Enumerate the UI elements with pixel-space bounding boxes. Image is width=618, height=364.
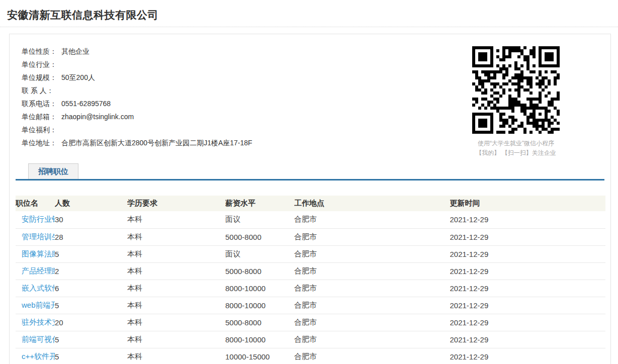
job-salary-cell: 5000-8000 [225, 314, 294, 331]
job-education-cell: 本科 [127, 297, 225, 314]
job-location-cell: 合肥市 [294, 228, 450, 245]
job-title-link[interactable]: 前端可视化开发工程师 [22, 335, 55, 343]
info-field-value: 其他企业 [61, 47, 90, 55]
job-updated-cell: 2021-12-29 [450, 331, 606, 348]
tab-recruit-positions[interactable]: 招聘职位 [28, 163, 78, 179]
job-location-cell: 合肥市 [294, 297, 450, 314]
job-salary-cell: 8000-10000 [225, 331, 294, 348]
qr-code-icon [472, 46, 560, 134]
job-updated-cell: 2021-12-29 [450, 211, 606, 228]
job-count-cell: 5 [55, 348, 127, 364]
qr-caption: 使用“大学生就业”微信小程序 【我的】 【扫一扫】关注企业 [466, 139, 566, 158]
job-education-cell: 本科 [127, 348, 225, 364]
jobs-table: 职位名人数学历要求薪资水平工作地点更新时间 安防行业销售 30 本科 面议 合肥… [16, 196, 605, 364]
job-row: 嵌入式软件工程师 6 本科 8000-10000 合肥市 2021-12-29 [16, 280, 605, 297]
job-count-cell: 30 [55, 211, 127, 228]
job-row: 图像算法助理工程师（实习生） 5 本科 面议 合肥市 2021-12-29 [16, 245, 605, 262]
job-updated-cell: 2021-12-29 [450, 228, 606, 245]
info-field-label: 单位地址： [22, 139, 57, 147]
info-field-value: 合肥市高新区创新大道2800号创新产业园二期J1楼A座17-18F [61, 139, 252, 147]
info-field-label: 单位规模： [22, 73, 57, 81]
job-name-cell: 安防行业销售 [16, 211, 55, 228]
job-updated-cell: 2021-12-29 [450, 314, 606, 331]
company-panel: 单位性质：其他企业 单位行业： 单位规模：50至200人 联 系 人： 联系电话… [9, 34, 611, 364]
info-field-label: 单位性质： [22, 47, 57, 55]
job-title-link[interactable]: 图像算法助理工程师（实习生） [22, 249, 55, 258]
job-title-link[interactable]: 嵌入式软件工程师 [22, 284, 55, 292]
jobs-table-column-header: 职位名 [16, 196, 55, 211]
job-title-link[interactable]: web前端开发工程师 [22, 301, 55, 309]
job-education-cell: 本科 [127, 331, 225, 348]
job-education-cell: 本科 [127, 228, 225, 245]
job-name-cell: 产品经理助理 [16, 262, 55, 280]
job-row: c++软件开发工程师 5 本科 10000-15000 合肥市 2021-12-… [16, 348, 605, 364]
job-education-cell: 本科 [127, 211, 225, 228]
job-name-cell: 管理培训生 [16, 228, 55, 245]
job-row: 产品经理助理 2 本科 5000-8000 合肥市 2021-12-29 [16, 262, 605, 280]
job-education-cell: 本科 [127, 280, 225, 297]
jobs-table-column-header: 更新时间 [450, 196, 606, 211]
tab-bar: 招聘职位 [16, 164, 604, 180]
info-field-label: 单位福利： [22, 126, 57, 134]
job-salary-cell: 面议 [225, 211, 294, 228]
jobs-table-column-header: 工作地点 [294, 196, 450, 211]
qr-caption-line2: 【我的】 【扫一扫】关注企业 [466, 148, 566, 158]
job-updated-cell: 2021-12-29 [450, 280, 606, 297]
job-location-cell: 合肥市 [294, 280, 450, 297]
job-count-cell: 5 [55, 297, 127, 314]
job-title-link[interactable]: 安防行业销售 [22, 215, 55, 223]
job-name-cell: 前端可视化开发工程师 [16, 331, 55, 348]
job-count-cell: 20 [55, 314, 127, 331]
job-location-cell: 合肥市 [294, 211, 450, 228]
job-title-link[interactable]: 管理培训生 [22, 232, 55, 241]
job-updated-cell: 2021-12-29 [450, 297, 606, 314]
job-count-cell: 6 [55, 280, 127, 297]
job-education-cell: 本科 [127, 245, 225, 262]
job-education-cell: 本科 [127, 262, 225, 280]
job-name-cell: web前端开发工程师 [16, 297, 55, 314]
info-field-label: 联系电话： [22, 100, 57, 108]
job-salary-cell: 5000-8000 [225, 262, 294, 280]
job-salary-cell: 8000-10000 [225, 280, 294, 297]
job-title-link[interactable]: 产品经理助理 [22, 266, 55, 275]
qr-caption-line1: 使用“大学生就业”微信小程序 [466, 139, 566, 148]
page-header: 安徽清新互联信息科技有限公司 [0, 0, 618, 27]
job-salary-cell: 5000-8000 [225, 228, 294, 245]
job-name-cell: 图像算法助理工程师（实习生） [16, 245, 55, 262]
job-row: 驻外技术支持工程师 20 本科 5000-8000 合肥市 2021-12-29 [16, 314, 605, 331]
job-count-cell: 5 [55, 331, 127, 348]
jobs-table-column-header: 人数 [55, 196, 127, 211]
job-name-cell: c++软件开发工程师 [16, 348, 55, 364]
job-location-cell: 合肥市 [294, 245, 450, 262]
job-education-cell: 本科 [127, 314, 225, 331]
info-field-label: 联 系 人： [22, 86, 54, 95]
job-row: web前端开发工程师 5 本科 8000-10000 合肥市 2021-12-2… [16, 297, 605, 314]
job-row: 安防行业销售 30 本科 面议 合肥市 2021-12-29 [16, 211, 605, 228]
job-title-link[interactable]: c++软件开发工程师 [22, 352, 55, 360]
job-title-link[interactable]: 驻外技术支持工程师 [22, 318, 55, 326]
job-updated-cell: 2021-12-29 [450, 348, 606, 364]
job-location-cell: 合肥市 [294, 348, 450, 364]
job-name-cell: 嵌入式软件工程师 [16, 280, 55, 297]
job-row: 管理培训生 28 本科 5000-8000 合肥市 2021-12-29 [16, 228, 605, 245]
job-name-cell: 驻外技术支持工程师 [16, 314, 55, 331]
info-field-value: 50至200人 [61, 73, 95, 81]
job-count-cell: 28 [55, 228, 127, 245]
jobs-table-header-row: 职位名人数学历要求薪资水平工作地点更新时间 [16, 196, 605, 211]
job-location-cell: 合肥市 [294, 314, 450, 331]
jobs-table-column-header: 学历要求 [127, 196, 225, 211]
job-location-cell: 合肥市 [294, 262, 450, 280]
info-field-value: 0551-62895768 [61, 100, 111, 108]
job-count-cell: 5 [55, 245, 127, 262]
company-name-title: 安徽清新互联信息科技有限公司 [7, 8, 618, 22]
job-row: 前端可视化开发工程师 5 本科 8000-10000 合肥市 2021-12-2… [16, 331, 605, 348]
info-field-label: 单位行业： [22, 60, 57, 68]
job-location-cell: 合肥市 [294, 331, 450, 348]
job-updated-cell: 2021-12-29 [450, 262, 606, 280]
job-salary-cell: 面议 [225, 245, 294, 262]
info-field-value: zhaopin@tsinglink.com [61, 113, 134, 121]
info-field-label: 单位邮箱： [22, 113, 57, 121]
job-updated-cell: 2021-12-29 [450, 245, 606, 262]
jobs-table-body: 安防行业销售 30 本科 面议 合肥市 2021-12-29 管理培训生 28 … [16, 211, 605, 364]
qr-panel: 使用“大学生就业”微信小程序 【我的】 【扫一扫】关注企业 [466, 46, 566, 158]
